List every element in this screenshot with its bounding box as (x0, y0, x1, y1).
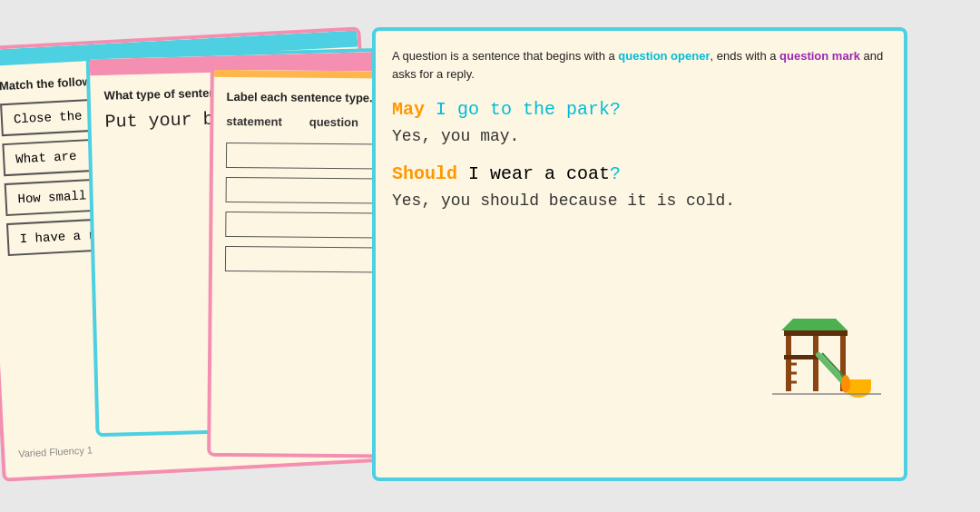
highlight-question-opener: question opener (618, 49, 710, 63)
answer-sentence-1: Yes, you may. (392, 127, 887, 145)
definition-box: A question is a sentence that begins wit… (392, 47, 887, 83)
example-1-rest: I go to the park? (425, 99, 621, 120)
playground-illustration (768, 314, 886, 405)
should-highlight: Should (392, 163, 457, 184)
definition-prefix: A question is a sentence that begins wit… (392, 49, 618, 63)
label-statement: statement (226, 114, 282, 129)
card-question-definition: A question is a sentence that begins wit… (372, 27, 907, 481)
example-2-rest: I wear a coat? (457, 163, 621, 184)
label-question: question (309, 115, 358, 129)
svg-rect-3 (784, 330, 848, 336)
may-highlight: May (392, 99, 425, 120)
svg-point-13 (841, 375, 850, 393)
svg-marker-4 (781, 319, 848, 330)
card-footer: Varied Fluency 1 (18, 444, 93, 458)
answer-sentence-2: Yes, you should because it is cold. (392, 192, 887, 210)
svg-rect-5 (784, 355, 820, 359)
example-sentence-1: May I go to the park? (392, 99, 887, 120)
card-content: A question is a sentence that begins wit… (376, 31, 904, 244)
highlight-question-mark: question mark (779, 49, 860, 63)
definition-middle: , ends with a (710, 49, 779, 63)
example-sentence-2: Should I wear a coat? (392, 163, 887, 184)
